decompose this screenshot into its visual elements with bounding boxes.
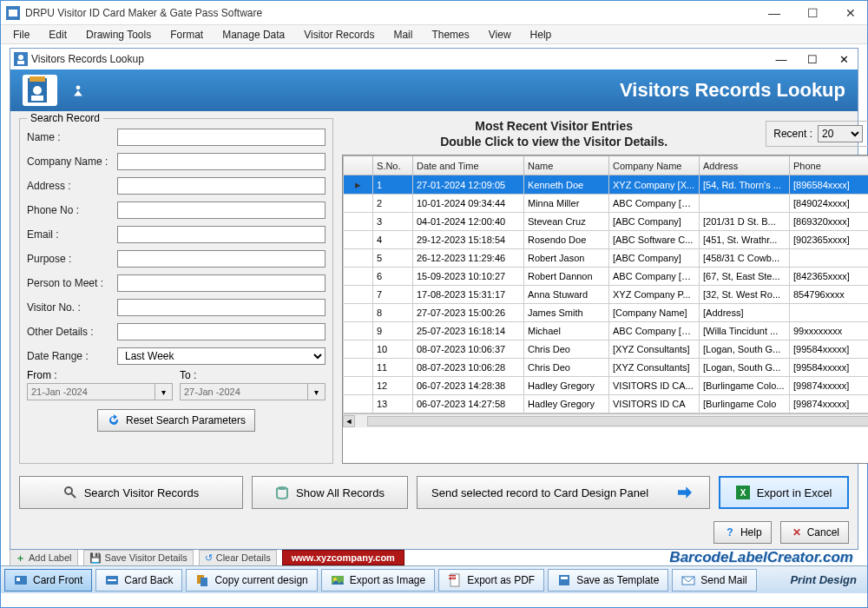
- date-range-select[interactable]: Last Week: [117, 347, 326, 365]
- menu-edit[interactable]: Edit: [40, 27, 76, 43]
- person-input[interactable]: [117, 274, 326, 292]
- visitors-records-dialog: Visitors Records Lookup — ☐ ✕ Visitors R…: [10, 48, 858, 550]
- maximize-button[interactable]: ☐: [801, 3, 824, 23]
- company-url-banner: www.xyzcompany.com: [282, 550, 404, 565]
- scroll-left-icon[interactable]: ◄: [343, 415, 355, 427]
- dialog-minimize-button[interactable]: —: [771, 50, 792, 68]
- table-row[interactable]: 304-01-2024 12:00:40Stevean Cruz[ABC Com…: [344, 213, 869, 231]
- table-row[interactable]: 429-12-2023 15:18:54Rosendo Doe[ABC Soft…: [344, 231, 869, 249]
- svg-rect-6: [30, 76, 45, 82]
- svg-rect-16: [16, 578, 20, 581]
- save-visitor-button[interactable]: 💾Save Visitor Details: [83, 550, 194, 565]
- print-design-label[interactable]: Print Design: [790, 573, 864, 586]
- app-icon: [6, 6, 20, 20]
- dialog-banner: Visitors Records Lookup: [10, 69, 858, 111]
- from-calendar-button[interactable]: ▾: [155, 383, 173, 400]
- to-calendar-button[interactable]: ▾: [308, 383, 326, 400]
- col-header[interactable]: Company Name: [609, 156, 700, 175]
- card-back-icon: [105, 573, 119, 587]
- dialog-close-button[interactable]: ✕: [833, 50, 854, 68]
- svg-rect-26: [559, 575, 569, 585]
- menu-help[interactable]: Help: [522, 27, 561, 43]
- table-row[interactable]: 615-09-2023 10:10:27Robert DannonABC Com…: [344, 268, 869, 286]
- table-row[interactable]: 827-07-2023 15:00:26James Smith[Company …: [344, 304, 869, 322]
- col-header[interactable]: Name: [524, 156, 609, 175]
- menu-visitor-records[interactable]: Visitor Records: [295, 27, 383, 43]
- to-date-input[interactable]: [180, 383, 308, 400]
- menu-manage-data[interactable]: Manage Data: [214, 27, 293, 43]
- email-input[interactable]: [117, 226, 326, 243]
- recent-count-select[interactable]: 20: [818, 125, 863, 142]
- tab-card-back[interactable]: Card Back: [95, 569, 182, 591]
- horizontal-scrollbar[interactable]: ◄ ►: [343, 413, 868, 427]
- table-row[interactable]: 526-12-2023 11:29:46Robert Jason[ABC Com…: [344, 249, 869, 268]
- table-row[interactable]: 925-07-2023 16:18:14MichaelABC Company […: [344, 322, 869, 340]
- image-icon: [331, 573, 345, 587]
- export-excel-button[interactable]: X Export in Excel: [719, 476, 849, 509]
- address-input[interactable]: [117, 177, 326, 195]
- menubar: File Edit Drawing Tools Format Manage Da…: [1, 25, 867, 44]
- records-panel: Most Recent Visitor Entries Double Click…: [342, 118, 868, 464]
- dialog-maximize-button[interactable]: ☐: [802, 50, 823, 68]
- titlebar: DRPU Visitor ID Card Maker & Gate Pass S…: [1, 1, 867, 25]
- recent-control: Recent : 20 records: [766, 121, 868, 147]
- clear-details-button[interactable]: ↺Clear Details: [199, 550, 277, 565]
- svg-point-7: [33, 86, 42, 95]
- cancel-button[interactable]: ✕Cancel: [780, 521, 849, 544]
- records-table-wrap: S.No.Date and TimeNameCompany NameAddres…: [342, 155, 868, 464]
- menu-format[interactable]: Format: [161, 27, 212, 43]
- tab-save-template[interactable]: Save as Template: [548, 569, 668, 591]
- tab-copy-design[interactable]: Copy current design: [186, 569, 317, 591]
- tab-card-front[interactable]: Card Front: [4, 569, 92, 591]
- menu-themes[interactable]: Themes: [423, 27, 477, 43]
- col-header[interactable]: [344, 156, 373, 175]
- menu-view[interactable]: View: [480, 27, 520, 43]
- reset-search-button[interactable]: Reset Search Parameters: [97, 409, 255, 432]
- col-header[interactable]: Address: [700, 156, 790, 175]
- other-input[interactable]: [117, 323, 326, 340]
- tab-export-image[interactable]: Export as Image: [321, 569, 435, 591]
- col-header[interactable]: S.No.: [373, 156, 413, 175]
- dialog-titlebar: Visitors Records Lookup — ☐ ✕: [10, 49, 858, 69]
- menu-file[interactable]: File: [4, 27, 38, 43]
- search-records-button[interactable]: Search Visitor Records: [19, 476, 243, 509]
- table-row[interactable]: 1306-07-2023 14:27:58Hadley GregoryVISIT…: [344, 395, 869, 413]
- help-button[interactable]: ?Help: [713, 521, 772, 544]
- table-row[interactable]: 1206-07-2023 14:28:38Hadley GregoryVISIT…: [344, 377, 869, 395]
- phone-input[interactable]: [117, 202, 326, 219]
- dialog-icon: [14, 52, 28, 66]
- dialog-title: Visitors Records Lookup: [31, 53, 771, 65]
- menu-mail[interactable]: Mail: [385, 27, 421, 43]
- table-row[interactable]: 717-08-2023 15:31:17Anna StuwardXYZ Comp…: [344, 286, 869, 304]
- table-row[interactable]: 1008-07-2023 10:06:37Chris Deo[XYZ Consu…: [344, 340, 869, 359]
- svg-text:X: X: [740, 488, 746, 498]
- add-label-button[interactable]: ＋Add Label: [10, 550, 78, 565]
- from-date-input[interactable]: [27, 383, 155, 400]
- tab-send-mail[interactable]: Send Mail: [672, 569, 756, 591]
- help-icon: ?: [723, 525, 737, 539]
- records-table[interactable]: S.No.Date and TimeNameCompany NameAddres…: [343, 155, 868, 413]
- menu-drawing-tools[interactable]: Drawing Tools: [77, 27, 160, 43]
- search-icon: [63, 486, 77, 499]
- col-header[interactable]: Date and Time: [413, 156, 524, 175]
- name-label: Name :: [27, 131, 117, 143]
- table-row[interactable]: 1108-07-2023 10:06:28Chris Deo[XYZ Consu…: [344, 359, 869, 377]
- purpose-input[interactable]: [117, 250, 326, 268]
- name-input[interactable]: [117, 129, 326, 146]
- banner-title: Visitors Records Lookup: [620, 79, 845, 102]
- col-header[interactable]: Phone: [790, 156, 869, 175]
- table-row[interactable]: 210-01-2024 09:34:44Minna MillerABC Comp…: [344, 195, 869, 213]
- company-input[interactable]: [117, 153, 326, 170]
- close-button[interactable]: ✕: [839, 3, 862, 23]
- svg-text:PDF: PDF: [449, 575, 457, 579]
- arrow-right-icon: [674, 484, 695, 501]
- company-label: Company Name :: [27, 155, 117, 168]
- table-row[interactable]: 127-01-2024 12:09:05Kenneth DoeXYZ Compa…: [344, 175, 869, 195]
- visitor-no-input[interactable]: [117, 299, 326, 316]
- tab-export-pdf[interactable]: PDFExport as PDF: [438, 569, 544, 591]
- search-legend: Search Record: [27, 112, 103, 124]
- phone-label: Phone No :: [27, 204, 117, 216]
- minimize-button[interactable]: —: [763, 3, 786, 23]
- show-all-button[interactable]: Show All Records: [252, 476, 408, 509]
- send-to-design-button[interactable]: Send selected record to Card Design Pane…: [417, 476, 710, 509]
